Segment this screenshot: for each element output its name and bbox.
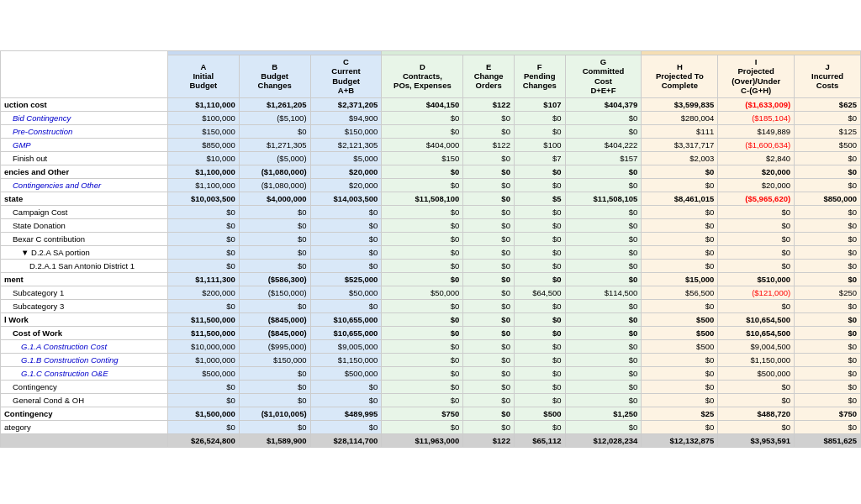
table-row: Campaign Cost$0$0$0$0$0$0$0$0$0$0 (1, 205, 861, 218)
row-cell-b: ($586,300) (239, 272, 310, 286)
page-title (0, 0, 861, 50)
row-label: ategory (1, 420, 168, 433)
row-cell-c: $0 (310, 380, 382, 393)
row-label: G.1.A Construction Cost (1, 339, 168, 353)
row-cell-d: $404,150 (382, 97, 463, 111)
col-i-header: IProjected(Over)/UnderC-(G+H) (718, 55, 795, 98)
row-cell-j: $0 (795, 420, 861, 433)
col-d-header: DContracts,POs, Expenses (382, 55, 463, 98)
row-cell-e: $0 (463, 393, 515, 407)
row-cell-c: $489,995 (310, 407, 382, 420)
row-cell-e: $0 (463, 339, 515, 353)
row-cell-j: $851,625 (795, 433, 861, 447)
row-cell-d: $0 (382, 232, 463, 245)
col-f-header: FPendingChanges (514, 55, 565, 98)
row-cell-a: $26,524,800 (167, 433, 239, 447)
row-cell-c: $0 (310, 299, 382, 312)
row-cell-a: $11,500,000 (167, 326, 239, 339)
row-cell-h: $12,132,875 (642, 433, 718, 447)
row-cell-h: $0 (642, 299, 718, 312)
row-cell-i: $2,840 (718, 151, 795, 165)
row-cell-f: $65,112 (514, 433, 565, 447)
row-cell-g: $0 (565, 299, 642, 312)
row-cell-a: $1,100,000 (167, 178, 239, 192)
row-cell-b: ($1,010,005) (239, 407, 310, 420)
row-cell-h: $25 (642, 407, 718, 420)
row-cell-a: $1,100,000 (167, 165, 239, 178)
row-label: encies and Other (1, 165, 168, 178)
row-cell-i: $10,654,500 (718, 326, 795, 339)
row-cell-c: $50,000 (310, 286, 382, 299)
row-cell-a: $1,110,000 (167, 97, 239, 111)
row-cell-d: $0 (382, 218, 463, 232)
main-container: AInitialBudget BBudgetChanges CCurrentBu… (0, 0, 861, 504)
table-wrapper[interactable]: AInitialBudget BBudgetChanges CCurrentBu… (0, 50, 861, 504)
row-cell-d: $0 (382, 312, 463, 326)
row-cell-c: $0 (310, 232, 382, 245)
table-row: l Work$11,500,000($845,000)$10,655,000$0… (1, 312, 861, 326)
row-cell-j: $0 (795, 366, 861, 380)
table-row: uction cost$1,110,000$1,261,205$2,371,20… (1, 97, 861, 111)
row-cell-e: $0 (463, 380, 515, 393)
row-cell-j: $0 (795, 259, 861, 272)
row-cell-g: $0 (565, 232, 642, 245)
row-cell-g: $0 (565, 326, 642, 339)
table-row: Bexar C contribution$0$0$0$0$0$0$0$0$0$0 (1, 232, 861, 245)
row-cell-g: $0 (565, 366, 642, 380)
row-cell-e: $0 (463, 232, 515, 245)
row-label: D.2.A.1 San Antonio District 1 (1, 259, 168, 272)
row-cell-j: $0 (795, 218, 861, 232)
row-cell-d: $0 (382, 339, 463, 353)
col-g-header: GCommittedCostD+E+F (565, 55, 642, 98)
row-cell-j: $0 (795, 205, 861, 218)
row-cell-i: $0 (718, 232, 795, 245)
row-cell-b: $1,589,900 (239, 433, 310, 447)
row-cell-i: ($121,000) (718, 286, 795, 299)
table-row: G.1.B Construction Conting$1,000,000$150… (1, 353, 861, 366)
row-cell-j: $0 (795, 393, 861, 407)
row-cell-a: $500,000 (167, 366, 239, 380)
row-cell-j: $0 (795, 151, 861, 165)
row-cell-i: $0 (718, 245, 795, 259)
table-row: Contingency$0$0$0$0$0$0$0$0$0$0 (1, 380, 861, 393)
row-cell-f: $7 (514, 151, 565, 165)
row-cell-e: $0 (463, 124, 515, 138)
row-cell-d: $750 (382, 407, 463, 420)
row-cell-h: $500 (642, 326, 718, 339)
row-cell-g: $0 (565, 380, 642, 393)
row-cell-h: $500 (642, 312, 718, 326)
row-cell-i: $20,000 (718, 178, 795, 192)
row-cell-f: $64,500 (514, 286, 565, 299)
row-cell-j: $0 (795, 353, 861, 366)
row-cell-d: $50,000 (382, 286, 463, 299)
row-cell-f: $0 (514, 393, 565, 407)
row-cell-a: $0 (167, 393, 239, 407)
row-cell-j: $750 (795, 407, 861, 420)
table-row: ▼ D.2.A SA portion$0$0$0$0$0$0$0$0$0$0 (1, 245, 861, 259)
row-cell-a: $1,111,300 (167, 272, 239, 286)
row-label: Bid Contingency (1, 111, 168, 124)
row-label: l Work (1, 312, 168, 326)
row-cell-i: ($185,104) (718, 111, 795, 124)
row-cell-h: $0 (642, 232, 718, 245)
row-cell-j: $250 (795, 286, 861, 299)
row-cell-i: $9,004,500 (718, 339, 795, 353)
row-cell-f: $0 (514, 124, 565, 138)
table-row: Finish out$10,000($5,000)$5,000$150$0$7$… (1, 151, 861, 165)
row-cell-i: $1,150,000 (718, 353, 795, 366)
row-cell-a: $850,000 (167, 138, 239, 151)
row-cell-b: $150,000 (239, 353, 310, 366)
row-cell-h: $0 (642, 165, 718, 178)
row-cell-f: $0 (514, 312, 565, 326)
table-row: D.2.A.1 San Antonio District 1$0$0$0$0$0… (1, 259, 861, 272)
table-row: General Cond & OH$0$0$0$0$0$0$0$0$0$0 (1, 393, 861, 407)
row-cell-h: $3,317,717 (642, 138, 718, 151)
row-label: G.1.B Construction Conting (1, 353, 168, 366)
row-cell-j: $0 (795, 312, 861, 326)
row-cell-j: $0 (795, 165, 861, 178)
row-cell-d: $0 (382, 245, 463, 259)
row-cell-a: $0 (167, 232, 239, 245)
row-cell-j: $500 (795, 138, 861, 151)
row-cell-g: $157 (565, 151, 642, 165)
row-cell-b: ($1,080,000) (239, 165, 310, 178)
